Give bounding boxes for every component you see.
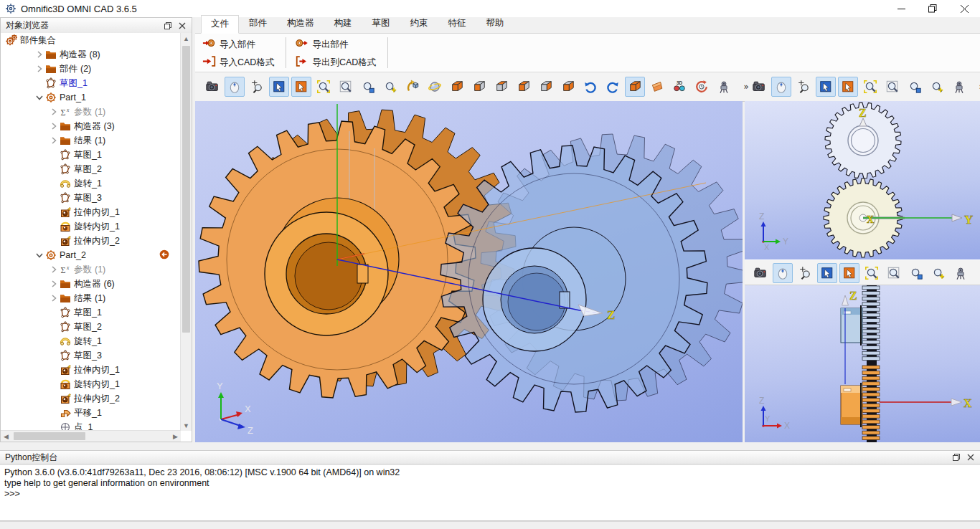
- menu-tab-构建[interactable]: 构建: [324, 14, 362, 33]
- float-panel-icon[interactable]: [161, 20, 174, 32]
- stereo-3d-button[interactable]: 3D: [669, 77, 689, 97]
- camera-settings-button[interactable]: [949, 77, 969, 97]
- side-view-viewport[interactable]: ZXZXY: [745, 285, 980, 442]
- collapse-chevron-icon[interactable]: [34, 92, 44, 103]
- import-part-button[interactable]: 导入部件: [201, 36, 278, 54]
- close-console-icon[interactable]: [964, 452, 977, 463]
- select-mode-button[interactable]: [817, 263, 837, 283]
- tree-item-parts-folder[interactable]: 部件(2): [1, 62, 181, 76]
- float-console-icon[interactable]: [950, 452, 963, 463]
- tree-item-part-2[interactable]: Part_2: [1, 248, 181, 262]
- highlight-mode-button[interactable]: [291, 77, 311, 97]
- collapse-chevron-icon[interactable]: [34, 249, 44, 261]
- menu-tab-帮助[interactable]: 帮助: [476, 14, 514, 33]
- tree-item-part-2-results[interactable]: 结果(1): [1, 291, 181, 305]
- undo-button[interactable]: [580, 77, 600, 97]
- tree-item-part-2-revolve-1[interactable]: 旋转_1: [1, 334, 181, 348]
- camera-settings-button[interactable]: [714, 77, 734, 97]
- zoom-fit-button[interactable]: [314, 77, 334, 97]
- view-top-button[interactable]: [491, 77, 512, 97]
- tree-item-part-2-revolve-cut-1[interactable]: 旋转内切_1: [1, 377, 181, 391]
- zoom-selected-button[interactable]: [906, 263, 926, 283]
- zoom-window-button[interactable]: [882, 77, 903, 97]
- menu-tab-构造器[interactable]: 构造器: [277, 14, 324, 33]
- tree-item-part-2-constructors[interactable]: 构造器(6): [1, 277, 181, 291]
- menu-tab-文件[interactable]: 文件: [201, 15, 239, 34]
- expand-chevron-icon[interactable]: [48, 264, 59, 275]
- tree-horizontal-scrollbar[interactable]: ◀ ▶: [1, 430, 181, 442]
- tree-item-part-1-sketch-2[interactable]: 草图_2: [1, 162, 181, 176]
- expand-chevron-icon[interactable]: [34, 63, 44, 75]
- expand-chevron-icon[interactable]: [48, 120, 59, 132]
- tree-item-part-1-sketch-3[interactable]: 草图_3: [1, 191, 181, 205]
- tree-hscroll-thumb[interactable]: [14, 432, 85, 440]
- export-cad-button[interactable]: 导出到CAD格式: [293, 54, 380, 72]
- tree-item-part-2-params[interactable]: Σx参数(1): [1, 262, 181, 277]
- zoom-in-button[interactable]: [380, 77, 400, 97]
- clip-view-button[interactable]: [647, 77, 667, 97]
- mouse-mode-button[interactable]: [773, 263, 793, 283]
- tree-item-part-2-extrude-cut-2[interactable]: 拉伸内切_2: [1, 391, 181, 406]
- scroll-down-icon[interactable]: ▼: [181, 420, 192, 431]
- view-right-button[interactable]: [558, 77, 578, 97]
- snapshot-button[interactable]: [749, 77, 769, 97]
- expand-chevron-icon[interactable]: [48, 278, 59, 290]
- select-mode-button[interactable]: [816, 77, 836, 97]
- tree-item-part-1-revolve-1[interactable]: 旋转_1: [1, 176, 181, 191]
- export-part-button[interactable]: 导出部件: [293, 36, 380, 54]
- minimize-button[interactable]: [885, 0, 917, 17]
- toolbar-overflow-button[interactable]: »: [973, 263, 980, 283]
- toolbar-overflow-button[interactable]: »: [971, 77, 980, 97]
- zoom-selected-button[interactable]: [905, 77, 925, 97]
- camera-settings-button[interactable]: [951, 263, 971, 283]
- main-3d-viewport[interactable]: ZYXZ: [195, 101, 743, 442]
- snapshot-button[interactable]: [750, 263, 771, 283]
- tree-item-part-2-sketch-3[interactable]: 草图_3: [1, 348, 181, 363]
- python-console-output[interactable]: Python 3.6.0 (v3.6.0:41df79263a11, Dec 2…: [0, 465, 980, 521]
- zoom-cursor-button[interactable]: [793, 77, 814, 97]
- zoom-cursor-button[interactable]: [795, 263, 815, 283]
- zoom-in-button[interactable]: [928, 263, 948, 283]
- scroll-right-icon[interactable]: ▶: [170, 431, 181, 442]
- back-arrow-badge-icon[interactable]: [159, 249, 169, 262]
- orbit-view-button[interactable]: [425, 77, 445, 97]
- zoom-fit-button[interactable]: [862, 263, 882, 283]
- animate-rotation-button[interactable]: [692, 77, 712, 97]
- select-mode-button[interactable]: [269, 77, 289, 97]
- view-bottom-button[interactable]: [514, 77, 534, 97]
- spin-view-button[interactable]: [402, 77, 423, 97]
- expand-chevron-icon[interactable]: [48, 135, 59, 146]
- import-cad-button[interactable]: 导入CAD格式: [201, 54, 278, 72]
- close-button[interactable]: [948, 0, 980, 17]
- redo-button[interactable]: [603, 77, 623, 97]
- expand-chevron-icon[interactable]: [34, 49, 44, 60]
- tree-item-part-2-sketch-1[interactable]: 草图_1: [1, 305, 181, 320]
- restore-button[interactable]: [917, 0, 948, 17]
- zoom-in-button[interactable]: [927, 77, 947, 97]
- tree-item-part-1-revolve-cut-1[interactable]: 旋转内切_1: [1, 219, 181, 234]
- highlight-mode-button[interactable]: [839, 263, 859, 283]
- zoom-selected-button[interactable]: [358, 77, 378, 97]
- tree-item-part-2-translate-1[interactable]: 平移_1: [1, 406, 181, 420]
- mouse-mode-button[interactable]: [771, 77, 791, 97]
- view-left-button[interactable]: [536, 77, 556, 97]
- tree-item-part-1-results[interactable]: 结果(1): [1, 133, 181, 148]
- menu-tab-草图[interactable]: 草图: [362, 14, 400, 33]
- expand-chevron-icon[interactable]: [48, 106, 59, 118]
- zoom-window-button[interactable]: [336, 77, 356, 97]
- mouse-mode-button[interactable]: [225, 77, 245, 97]
- console-splitter[interactable]: [0, 442, 980, 450]
- menu-tab-约束[interactable]: 约束: [400, 14, 438, 33]
- tree-vertical-scrollbar[interactable]: ▲ ▼: [180, 33, 192, 431]
- view-front-button[interactable]: [469, 77, 489, 97]
- menu-tab-特征[interactable]: 特征: [438, 14, 476, 33]
- zoom-fit-button[interactable]: [860, 77, 880, 97]
- menu-tab-部件[interactable]: 部件: [239, 14, 277, 33]
- tree-item-assembly-root[interactable]: 部件集合: [1, 33, 181, 47]
- highlight-mode-button[interactable]: [838, 77, 858, 97]
- zoom-cursor-button[interactable]: [247, 77, 267, 97]
- snapshot-button[interactable]: [202, 77, 222, 97]
- tree-item-part-1-sketch-1[interactable]: 草图_1: [1, 148, 181, 162]
- front-view-viewport[interactable]: ZXYZYX: [745, 101, 980, 259]
- tree-item-part-2-point-1[interactable]: 点_1: [1, 420, 181, 431]
